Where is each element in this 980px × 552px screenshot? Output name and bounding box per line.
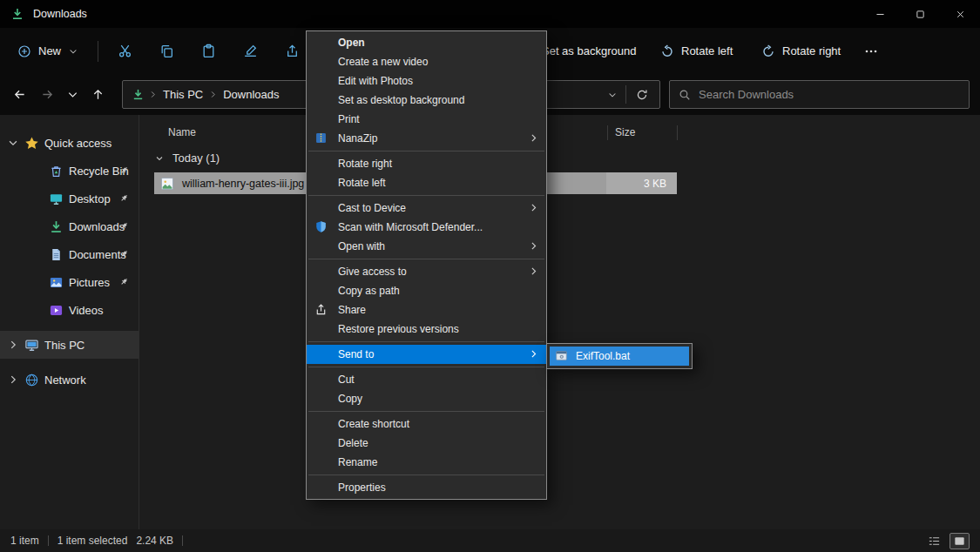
- sidebar-item-network[interactable]: Network: [0, 366, 139, 394]
- menu-separator: [308, 475, 544, 475]
- refresh-button[interactable]: [628, 83, 656, 106]
- copy-button[interactable]: [149, 36, 184, 66]
- chevron-right-icon: [7, 339, 19, 351]
- maximize-button[interactable]: [900, 0, 940, 28]
- menu-item-send-to[interactable]: Send to: [307, 345, 546, 364]
- sidebar-item-pictures[interactable]: Pictures: [0, 268, 139, 296]
- share-icon: [285, 44, 300, 58]
- nav-forward-button[interactable]: [33, 80, 61, 108]
- rotate-right-button[interactable]: Rotate right: [753, 36, 849, 66]
- pin-icon: [118, 276, 130, 287]
- sidebar-item-this-pc[interactable]: This PC: [0, 331, 139, 359]
- rename-icon: [243, 44, 258, 58]
- breadcrumb-item-this-pc[interactable]: This PC: [161, 88, 205, 101]
- titlebar: Downloads: [0, 0, 980, 28]
- paste-button[interactable]: [191, 36, 226, 66]
- this-pc-icon: [24, 338, 39, 353]
- batch-icon: [555, 349, 568, 362]
- new-button[interactable]: New: [7, 36, 89, 66]
- details-view-icon: [928, 535, 941, 548]
- menu-separator: [308, 151, 544, 151]
- menu-item-set-as-desktop-background[interactable]: Set as desktop background: [307, 91, 546, 110]
- rotate-left-icon: [660, 44, 674, 58]
- more-options-button[interactable]: [855, 36, 887, 66]
- column-header-size[interactable]: Size: [615, 126, 635, 138]
- new-button-label: New: [38, 44, 61, 57]
- thumb-view-button[interactable]: [950, 533, 970, 549]
- chevron-right-icon: [7, 374, 19, 386]
- sidebar-item-downloads[interactable]: Downloads: [0, 212, 139, 240]
- nav-up-button[interactable]: [84, 80, 112, 108]
- rotate-left-button[interactable]: Rotate left: [652, 36, 741, 66]
- menu-item-open[interactable]: Open: [307, 33, 546, 52]
- sidebar-gap: [0, 324, 139, 331]
- details-view-button[interactable]: [924, 533, 944, 549]
- chevron-placeholder: [7, 304, 19, 316]
- menu-item-copy-as-path[interactable]: Copy as path: [307, 281, 546, 300]
- maximize-icon: [915, 9, 926, 20]
- sidebar-item-recycle-bin[interactable]: Recycle Bin: [0, 157, 139, 185]
- back-icon: [13, 88, 26, 101]
- menu-item-open-with[interactable]: Open with: [307, 237, 546, 256]
- share-button[interactable]: [274, 36, 309, 66]
- minimize-button[interactable]: [860, 0, 900, 28]
- search-input[interactable]: [699, 88, 960, 101]
- submenu-item-exiftool-bat[interactable]: ExifTool.bat: [550, 347, 689, 366]
- minimize-icon: [875, 9, 886, 20]
- menu-item-cast-to-device[interactable]: Cast to Device: [307, 199, 546, 218]
- chevron-down-icon: [154, 153, 165, 164]
- breadcrumb-item-downloads[interactable]: Downloads: [221, 88, 280, 101]
- close-button[interactable]: [940, 0, 980, 28]
- desktop-icon: [49, 192, 64, 206]
- menu-separator: [308, 411, 544, 412]
- chevron-placeholder: [7, 276, 19, 288]
- menu-item-copy[interactable]: Copy: [307, 389, 546, 408]
- nav-chevron-down-button[interactable]: [61, 80, 84, 108]
- menu-item-rename[interactable]: Rename: [307, 453, 546, 472]
- chevron-right-icon: [528, 348, 539, 360]
- column-divider[interactable]: [677, 125, 678, 140]
- menu-item-rotate-left[interactable]: Rotate left: [307, 173, 546, 192]
- sidebar-item-documents[interactable]: Documents: [0, 240, 139, 268]
- chevron-placeholder: [7, 192, 19, 205]
- group-label: Today (1): [172, 151, 220, 165]
- toolbar-divider: [98, 41, 98, 62]
- rename-button[interactable]: [233, 36, 267, 66]
- menu-item-properties[interactable]: Properties: [307, 478, 546, 497]
- menu-item-scan-with-microsoft-defender[interactable]: Scan with Microsoft Defender...: [307, 218, 546, 237]
- menu-item-give-access-to[interactable]: Give access to: [307, 262, 546, 281]
- menu-item-create-a-new-video[interactable]: Create a new video: [307, 52, 546, 71]
- chevron-placeholder: [7, 165, 19, 177]
- column-header-name[interactable]: Name: [168, 126, 196, 138]
- rotate-right-icon: [761, 44, 775, 58]
- window-controls: [860, 0, 980, 28]
- sidebar-item-videos[interactable]: Videos: [0, 296, 139, 324]
- menu-item-nanazip[interactable]: NanaZip: [307, 129, 546, 148]
- chevron-down-icon: [7, 137, 19, 149]
- cut-button[interactable]: [107, 36, 142, 66]
- nanazip-icon: [314, 131, 328, 145]
- sidebar-item-desktop[interactable]: Desktop: [0, 185, 139, 212]
- menu-item-cut[interactable]: Cut: [307, 370, 546, 389]
- address-dropdown-button[interactable]: [601, 83, 624, 106]
- sidebar-item-quick-access[interactable]: Quick access: [0, 129, 139, 157]
- group-header-today[interactable]: Today (1): [154, 151, 220, 165]
- view-switcher: [924, 533, 970, 549]
- selection-size: 2.24 KB: [136, 535, 173, 547]
- menu-separator: [308, 341, 544, 342]
- menu-item-create-shortcut[interactable]: Create shortcut: [307, 414, 546, 434]
- menu-item-rotate-right[interactable]: Rotate right: [307, 154, 546, 173]
- menu-item-delete[interactable]: Delete: [307, 434, 546, 453]
- item-count: 1 item: [10, 535, 39, 547]
- paste-icon: [201, 44, 216, 58]
- ellipsis-icon: [864, 44, 878, 58]
- menu-item-edit-with-photos[interactable]: Edit with Photos: [307, 71, 546, 91]
- set-as-background-label: Set as background: [542, 44, 636, 57]
- menu-item-print[interactable]: Print: [307, 110, 546, 129]
- menu-item-restore-previous-versions[interactable]: Restore previous versions: [307, 320, 546, 339]
- column-divider[interactable]: [607, 125, 608, 140]
- nav-back-button[interactable]: [5, 80, 33, 108]
- pin-icon: [118, 220, 130, 232]
- documents-icon: [49, 247, 64, 262]
- menu-item-share[interactable]: Share: [307, 300, 546, 320]
